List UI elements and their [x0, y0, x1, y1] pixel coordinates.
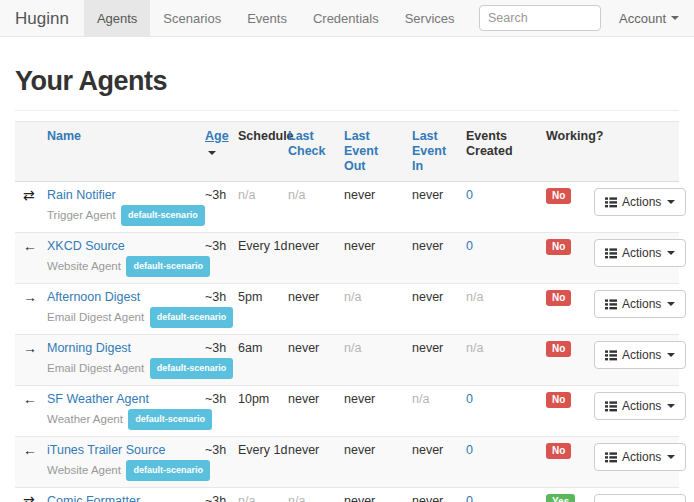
last-event-out-cell: n/a	[336, 284, 404, 335]
navbar-spacer	[468, 0, 479, 36]
agent-name-link[interactable]: Rain Notifier	[47, 188, 116, 203]
events-created-cell[interactable]: 0	[458, 488, 538, 502]
events-created-cell[interactable]: 0	[458, 437, 538, 488]
actions-button-label: Actions	[622, 450, 661, 464]
scenario-badge[interactable]: default-scenario	[126, 460, 210, 481]
nav-item-events[interactable]: Events	[234, 0, 300, 36]
working-badge: Yes	[546, 494, 575, 502]
working-badge: No	[546, 443, 571, 459]
agent-name-link[interactable]: Comic Formatter	[47, 494, 140, 502]
last-check-cell: never	[280, 233, 336, 284]
flow-icon-cell: →	[15, 284, 39, 335]
agent-name-link[interactable]: SF Weather Agent	[47, 392, 149, 407]
brand-link[interactable]: Huginn	[0, 0, 84, 36]
agent-subline: Website Agent default-scenario	[47, 256, 189, 277]
agent-type-label: Email Digest Agent	[47, 311, 144, 323]
last-event-in-cell: never	[404, 233, 458, 284]
scenario-badge[interactable]: default-scenario	[121, 205, 205, 226]
scenario-badge[interactable]: default-scenario	[150, 307, 234, 328]
agent-subline: Trigger Agent default-scenario	[47, 205, 189, 226]
last-event-out-cell: never	[336, 182, 404, 233]
page-title: Your Agents	[15, 66, 679, 97]
search-input[interactable]	[479, 5, 601, 31]
nav-item-scenarios[interactable]: Scenarios	[150, 0, 234, 36]
list-icon	[605, 299, 617, 310]
agent-type-label: Weather Agent	[47, 413, 123, 425]
actions-button[interactable]: Actions	[594, 443, 686, 471]
account-label: Account	[619, 11, 666, 26]
flow-icon-cell: ←	[15, 386, 39, 437]
working-badge: No	[546, 188, 571, 204]
sort-last-event-in-link[interactable]: Last Event In	[412, 129, 446, 173]
main-content: Your Agents Name Age Schedule Last Check…	[0, 66, 694, 502]
chevron-down-icon	[667, 353, 675, 357]
scenario-badge[interactable]: default-scenario	[128, 409, 212, 430]
agent-row: → Morning Digest Email Digest Agent defa…	[15, 335, 679, 386]
actions-button-label: Actions	[622, 246, 661, 260]
agent-subline: Email Digest Agent default-scenario	[47, 307, 189, 328]
actions-button[interactable]: Actions	[594, 392, 686, 420]
actions-button[interactable]: Actions	[594, 494, 686, 502]
scenario-badge[interactable]: default-scenario	[150, 358, 234, 379]
col-flow-icon	[15, 122, 39, 182]
sort-direction-icon	[208, 151, 216, 155]
agent-name-cell: iTunes Trailer Source Website Agent defa…	[39, 437, 197, 488]
scenario-badge[interactable]: default-scenario	[126, 256, 210, 277]
col-events-created: Events Created	[458, 122, 538, 182]
agent-name-link[interactable]: Afternoon Digest	[47, 290, 140, 305]
agent-name-cell: Morning Digest Email Digest Agent defaul…	[39, 335, 197, 386]
last-check-cell: never	[280, 437, 336, 488]
actions-button[interactable]: Actions	[594, 341, 686, 369]
flow-icon-cell: ⇄	[15, 182, 39, 233]
agent-subline: Weather Agent default-scenario	[47, 409, 189, 430]
agent-name-cell: Rain Notifier Trigger Agent default-scen…	[39, 182, 197, 233]
chevron-down-icon	[667, 302, 675, 306]
last-event-in-cell: never	[404, 488, 458, 502]
sort-name-link[interactable]: Name	[47, 129, 81, 143]
events-created-cell: n/a	[458, 284, 538, 335]
working-badge: No	[546, 239, 571, 255]
col-last-event-out: Last Event Out	[336, 122, 404, 182]
agent-subline: Website Agent default-scenario	[47, 460, 189, 481]
account-menu[interactable]: Account	[615, 0, 694, 36]
agent-type-label: Trigger Agent	[47, 209, 116, 221]
nav-item-agents[interactable]: Agents	[84, 0, 150, 36]
chevron-down-icon	[667, 251, 675, 255]
nav-item-credentials[interactable]: Credentials	[300, 0, 392, 36]
actions-button-label: Actions	[622, 348, 661, 362]
actions-button[interactable]: Actions	[594, 188, 686, 216]
agent-row: ⇄ Rain Notifier Trigger Agent default-sc…	[15, 182, 679, 233]
exchange-arrow-icon: ⇄	[23, 187, 35, 203]
schedule-cell: 6am	[230, 335, 280, 386]
agent-row: ← iTunes Trailer Source Website Agent de…	[15, 437, 679, 488]
right-arrow-icon: →	[23, 340, 37, 356]
sort-last-event-out-link[interactable]: Last Event Out	[344, 129, 378, 173]
actions-cell: Actions	[586, 437, 679, 488]
agent-name-link[interactable]: Morning Digest	[47, 341, 131, 356]
events-created-cell[interactable]: 0	[458, 386, 538, 437]
events-created-cell[interactable]: 0	[458, 233, 538, 284]
sort-age-link[interactable]: Age	[205, 129, 229, 143]
actions-button[interactable]: Actions	[594, 290, 686, 318]
agent-name-link[interactable]: iTunes Trailer Source	[47, 443, 165, 458]
last-event-out-cell: never	[336, 386, 404, 437]
agent-name-link[interactable]: XKCD Source	[47, 239, 125, 254]
age-cell: ~3h	[197, 488, 230, 502]
actions-button[interactable]: Actions	[594, 239, 686, 267]
agent-row: ← XKCD Source Website Agent default-scen…	[15, 233, 679, 284]
left-arrow-icon: ←	[23, 391, 37, 407]
agents-table-body: ⇄ Rain Notifier Trigger Agent default-sc…	[15, 182, 679, 502]
flow-icon-cell: ←	[15, 233, 39, 284]
working-cell: No	[538, 335, 586, 386]
working-cell: No	[538, 284, 586, 335]
sort-last-check-link[interactable]: Last Check	[288, 129, 326, 158]
agent-name-cell: Comic Formatter Event Formatting Agent d…	[39, 488, 197, 502]
list-icon	[605, 350, 617, 361]
agent-row: ← SF Weather Agent Weather Agent default…	[15, 386, 679, 437]
last-event-in-cell: never	[404, 182, 458, 233]
last-event-in-cell: n/a	[404, 386, 458, 437]
nav-item-services[interactable]: Services	[392, 0, 468, 36]
working-badge: No	[546, 392, 571, 408]
events-created-cell[interactable]: 0	[458, 182, 538, 233]
events-created-cell: n/a	[458, 335, 538, 386]
